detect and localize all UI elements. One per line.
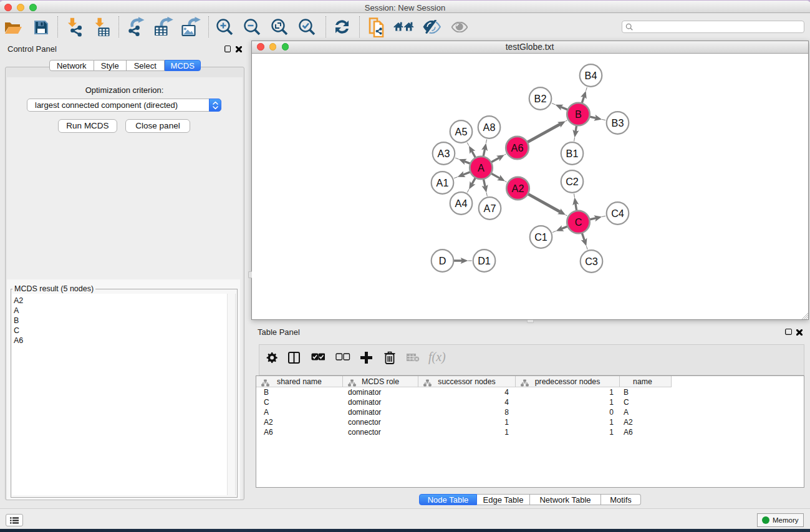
svg-text:A3: A3 (437, 148, 450, 159)
svg-text:A2: A2 (511, 183, 524, 194)
svg-text:A8: A8 (483, 122, 495, 133)
svg-text:A: A (478, 162, 485, 173)
svg-text:B4: B4 (584, 70, 597, 81)
svg-text:C2: C2 (566, 176, 579, 187)
svg-text:A5: A5 (455, 126, 467, 137)
svg-text:A6: A6 (511, 142, 523, 153)
svg-text:B2: B2 (534, 93, 546, 104)
svg-text:C: C (574, 216, 582, 228)
svg-text:A4: A4 (455, 198, 467, 209)
svg-text:B: B (575, 109, 582, 120)
svg-text:B1: B1 (566, 148, 578, 159)
svg-text:B3: B3 (611, 117, 624, 128)
svg-text:A7: A7 (483, 203, 496, 214)
svg-text:C3: C3 (585, 256, 598, 267)
svg-text:A1: A1 (436, 177, 448, 188)
svg-text:C4: C4 (611, 208, 624, 219)
svg-text:C1: C1 (534, 231, 547, 243)
svg-text:D: D (438, 255, 446, 266)
svg-text:D1: D1 (478, 255, 491, 266)
